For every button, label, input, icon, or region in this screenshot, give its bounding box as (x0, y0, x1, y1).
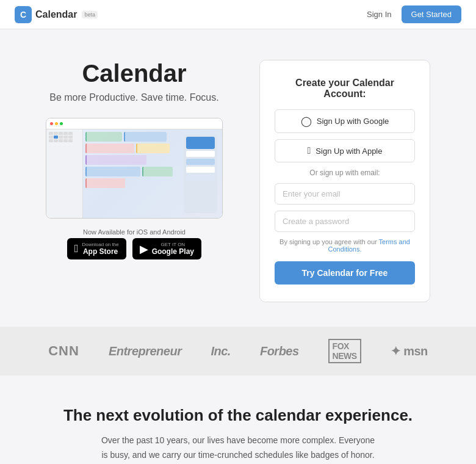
signup-card: Create your Calendar Account: ◯ Sign Up … (259, 60, 430, 302)
mobile-row (186, 151, 215, 157)
msn-logo: ✦ msn (391, 344, 428, 358)
cal-cell (54, 132, 58, 135)
cal-event-green (85, 132, 122, 142)
logos-strip: CNN Entrepreneur Inc. Forbes FOXNEWS ✦ m… (0, 327, 476, 375)
window-max-dot (60, 122, 63, 125)
google-play-small-text: GET IT ON (152, 242, 194, 247)
mobile-header (186, 137, 215, 149)
cal-cell (63, 136, 68, 139)
cal-cell (49, 139, 53, 142)
apple-signup-button[interactable]:  Sign Up with Apple (275, 139, 415, 162)
cal-cell (54, 139, 58, 142)
try-free-button[interactable]: Try Calendar for Free (275, 261, 415, 285)
app-store-button[interactable]:  Download on the App Store (67, 238, 126, 259)
google-icon: ◯ (301, 115, 312, 127)
divider-text: Or sign up with email: (275, 169, 415, 177)
screenshot-topbar (46, 118, 222, 129)
hero-title: Calendar (46, 60, 223, 87)
cal-cell (68, 132, 73, 135)
mobile-row (186, 167, 215, 173)
cal-cell (63, 139, 68, 142)
terms-text: By signing up you agree with our Terms a… (275, 238, 415, 253)
apple-icon:  (308, 145, 311, 156)
google-signup-label: Sign Up with Google (317, 117, 389, 126)
apple-signup-label: Sign Up with Apple (316, 147, 382, 156)
window-close-dot (50, 122, 53, 125)
google-play-button[interactable]: ▶ GET IT ON Google Play (132, 238, 201, 259)
inc-logo: Inc. (211, 344, 230, 358)
logo-icon: C (15, 6, 32, 23)
cal-event-row (85, 178, 181, 188)
google-play-big-text: Google Play (152, 247, 194, 256)
hero-subtitle: Be more Productive. Save time. Focus. (46, 92, 223, 103)
hero-screenshot (46, 118, 223, 219)
store-buttons:  Download on the App Store ▶ GET IT ON … (46, 238, 223, 259)
forbes-logo: Forbes (260, 344, 299, 358)
cal-cell (59, 136, 63, 139)
cal-cell (59, 132, 63, 135)
navbar-actions: Sign In Get Started (367, 5, 461, 23)
mini-calendar (49, 132, 80, 142)
screenshot-main-area (83, 129, 184, 218)
cal-cell (68, 136, 73, 139)
cal-event-purple (85, 155, 146, 165)
app-store-big-text: App Store (82, 247, 119, 256)
beta-badge: beta (82, 11, 98, 18)
hero-section: Calendar Be more Productive. Save time. … (0, 29, 476, 327)
cal-event-row (85, 132, 181, 142)
cal-event-row (85, 155, 181, 165)
cal-event-pink2 (85, 178, 125, 188)
cal-event-blue2 (85, 167, 140, 176)
signup-title: Create your Calendar Account: (275, 78, 415, 100)
cal-event-green2 (142, 167, 173, 176)
signin-link[interactable]: Sign In (367, 10, 391, 19)
cal-cell (59, 139, 63, 142)
screenshot-sidebar (46, 129, 83, 218)
app-store-text: Download on the App Store (82, 242, 119, 256)
mobile-row (186, 159, 215, 165)
evolution-section: The next evolution of the calendar exper… (0, 375, 476, 464)
mobile-mockup (184, 134, 217, 213)
cal-cell (63, 132, 68, 135)
get-started-button[interactable]: Get Started (402, 5, 461, 23)
cal-cell (49, 132, 53, 135)
navbar: C Calendar beta Sign In Get Started (0, 0, 476, 29)
cal-event-pink (85, 143, 134, 153)
cal-event-blue (124, 132, 167, 142)
mobile-row (186, 175, 215, 181)
evolution-body: Over the past 10 years, our lives have b… (98, 433, 378, 464)
cal-event-row (85, 143, 181, 153)
cnn-logo: CNN (48, 343, 79, 359)
entrepreneur-logo: Entrepreneur (109, 344, 182, 358)
email-input[interactable] (275, 183, 415, 205)
cal-cell (68, 139, 73, 142)
hero-left: Calendar Be more Productive. Save time. … (46, 60, 223, 259)
logo-text: Calendar (35, 9, 77, 20)
fox-news-logo: FOXNEWS (328, 339, 361, 363)
password-input[interactable] (275, 211, 415, 232)
logo-letter: C (20, 10, 26, 20)
logo: C Calendar beta (15, 6, 98, 23)
cal-cell (49, 136, 53, 139)
available-text: Now Available for iOS and Android (46, 228, 223, 236)
google-play-text: GET IT ON Google Play (152, 242, 194, 256)
cal-cell-today (54, 136, 58, 139)
apple-icon:  (74, 242, 79, 255)
evolution-title: The next evolution of the calendar exper… (24, 406, 452, 425)
app-store-small-text: Download on the (82, 242, 119, 247)
google-play-icon: ▶ (140, 242, 148, 256)
cal-event-yellow (136, 143, 170, 153)
google-signup-button[interactable]: ◯ Sign Up with Google (275, 109, 415, 133)
screenshot-content (46, 129, 222, 218)
cal-event-row (85, 167, 181, 176)
window-min-dot (55, 122, 58, 125)
